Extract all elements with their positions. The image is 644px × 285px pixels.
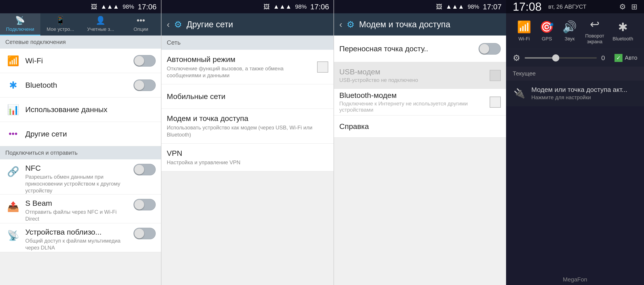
- status-bar-2: 🖼 ▲▲▲ 98% 17:06: [162, 0, 334, 13]
- nfc-toggle-wrap[interactable]: [134, 164, 156, 175]
- wifi-icon: 📶: [7, 55, 19, 67]
- airplane-subtitle: Отключение функций вызовов, а также обме…: [167, 65, 317, 79]
- sbeam-subtitle: Отправить файлы через NFC и Wi-Fi Direct: [25, 208, 130, 222]
- notif-hotspot-subtitle: Нажмите для настройки: [531, 94, 637, 101]
- setting-nearby[interactable]: 📡 Устройства поблизо... Общий доступ к ф…: [0, 223, 161, 252]
- nfc-text: NFC Разрешить обмен данными при прикосно…: [25, 164, 130, 194]
- nfc-toggle-knob: [134, 165, 144, 174]
- net-vpn[interactable]: VPN Настройка и управление VPN: [162, 144, 334, 171]
- back-button-3[interactable]: ‹: [339, 20, 342, 30]
- bt-checkbox[interactable]: [490, 97, 501, 108]
- notif-date: вт, 26 АВГУСТ: [548, 3, 612, 10]
- page-title-2: Другие сети: [186, 20, 233, 29]
- qs-gps[interactable]: 🎯 GPS: [540, 20, 554, 42]
- hotspot-toggle-wrap[interactable]: [478, 43, 501, 55]
- tab-my-device[interactable]: 📱 Мое устро...: [40, 13, 81, 36]
- grid-icon[interactable]: ⊞: [631, 2, 637, 11]
- qs-rotate[interactable]: ↩ Поворот экрана: [585, 18, 604, 45]
- tab-connections[interactable]: 📡 Подключени: [0, 13, 40, 36]
- setting-sbeam[interactable]: 📤 S Beam Отправить файлы через NFC и Wi-…: [0, 194, 161, 223]
- setting-other-networks[interactable]: ••• Другие сети: [0, 122, 161, 146]
- brightness-auto[interactable]: ✓ Авто: [614, 54, 637, 62]
- status-bar-3: 🖼 ▲▲▲ 98% 17:07: [334, 0, 506, 13]
- brightness-slider[interactable]: [525, 57, 597, 59]
- nearby-toggle[interactable]: [134, 228, 156, 239]
- sbeam-toggle-wrap[interactable]: [134, 199, 156, 210]
- tab-accounts-icon: 👤: [96, 16, 106, 25]
- nearby-toggle-knob: [134, 229, 144, 238]
- bt-text: Bluetooth-модем Подключение к Интернету …: [339, 91, 490, 113]
- qs-rotate-icon: ↩: [590, 18, 600, 31]
- image-icon-2: 🖼: [264, 3, 270, 11]
- net-mobile[interactable]: Мобильные сети: [162, 84, 334, 109]
- sbeam-title: S Beam: [25, 199, 130, 207]
- tab-options[interactable]: ••• Опции: [121, 13, 161, 36]
- wifi-toggle[interactable]: [134, 55, 156, 67]
- wifi-icon-wrap: 📶: [5, 53, 21, 69]
- qs-sound[interactable]: 🔊 Звук: [562, 20, 577, 42]
- data-usage-icon: 📊: [7, 104, 19, 115]
- hotspot-title: Переносная точка досту..: [339, 44, 475, 53]
- sbeam-icon-wrap: 📤: [5, 199, 21, 214]
- airplane-checkbox[interactable]: [317, 62, 328, 73]
- modem-hotspot-row[interactable]: Переносная точка досту..: [334, 36, 506, 62]
- time-3: 17:07: [483, 3, 502, 11]
- qs-wifi[interactable]: 📶 Wi-Fi: [517, 20, 531, 42]
- nfc-toggle[interactable]: [134, 164, 156, 175]
- page-header-other-networks: ‹ ⚙ Другие сети: [162, 13, 334, 36]
- setting-bluetooth[interactable]: ✱ Bluetooth: [0, 73, 161, 97]
- help-row[interactable]: Справка: [334, 115, 506, 138]
- wifi-text: Wi-Fi: [25, 56, 130, 65]
- brightness-auto-label: Авто: [625, 54, 637, 61]
- notif-item-hotspot[interactable]: 🔌 Модем или точка доступа акт... Нажмите…: [506, 81, 644, 106]
- battery-1: 98%: [123, 3, 134, 10]
- hotspot-toggle[interactable]: [478, 43, 501, 55]
- qs-bluetooth[interactable]: ✱ Bluetooth: [612, 21, 633, 42]
- net-modem-hotspot[interactable]: Модем и точка доступа Использовать устро…: [162, 109, 334, 143]
- data-usage-title: Использование данных: [25, 105, 156, 114]
- setting-wifi[interactable]: 📶 Wi-Fi: [0, 49, 161, 73]
- panel-notifications: 17:08 вт, 26 АВГУСТ ⚙ ⊞ 📶 Wi-Fi 🎯 GPS 🔊 …: [506, 0, 644, 285]
- net-airplane[interactable]: Автономный режим Отключение функций вызо…: [162, 50, 334, 84]
- help-title: Справка: [339, 122, 501, 131]
- qs-bluetooth-icon: ✱: [618, 21, 628, 34]
- nearby-text: Устройства поблизо... Общий доступ к фай…: [25, 228, 130, 251]
- wifi-toggle-knob: [134, 56, 144, 66]
- setting-nfc[interactable]: 🔗 NFC Разрешить обмен данными при прикос…: [0, 159, 161, 194]
- panel-other-networks: 🖼 ▲▲▲ 98% 17:06 ‹ ⚙ Другие сети Сеть Авт…: [161, 0, 334, 285]
- qs-gps-icon: 🎯: [540, 20, 554, 34]
- back-button-2[interactable]: ‹: [167, 20, 170, 30]
- settings-icon-2: ⚙: [174, 19, 182, 30]
- bluetooth-toggle[interactable]: [134, 80, 156, 91]
- vpn-title: VPN: [167, 149, 328, 158]
- notif-hotspot-icon: 🔌: [513, 87, 526, 100]
- usb-checkbox[interactable]: [490, 70, 501, 81]
- carrier-label: MegaFon: [563, 276, 587, 283]
- qs-wifi-label: Wi-Fi: [518, 36, 530, 42]
- tab-accounts[interactable]: 👤 Учетные з...: [80, 13, 121, 36]
- time-2: 17:06: [310, 3, 329, 11]
- tab-options-label: Опции: [134, 27, 148, 32]
- notif-section-label: Текущее: [506, 67, 644, 81]
- modem-hotspot-title: Модем и точка доступа: [167, 114, 328, 123]
- net-section-header: Сеть: [162, 36, 334, 50]
- bluetooth-icon-wrap: ✱: [5, 78, 21, 93]
- modem-bt-row[interactable]: Bluetooth-модем Подключение к Интернету …: [334, 89, 506, 115]
- panel-modem-hotspot: 🖼 ▲▲▲ 98% 17:07 ‹ ⚙ Модем и точка доступ…: [334, 0, 506, 285]
- bluetooth-toggle-wrap[interactable]: [134, 80, 156, 91]
- brightness-fill: [525, 57, 554, 59]
- modem-usb-row[interactable]: USB-модем USB-устройство не подключено: [334, 62, 506, 89]
- nearby-toggle-wrap[interactable]: [134, 228, 156, 239]
- setting-data-usage[interactable]: 📊 Использование данных: [0, 97, 161, 122]
- settings-gear-icon[interactable]: ⚙: [619, 2, 626, 11]
- nearby-subtitle: Общий доступ к файлам мультимедиа через …: [25, 237, 130, 251]
- usb-title: USB-модем: [339, 68, 490, 76]
- sbeam-toggle[interactable]: [134, 199, 156, 210]
- brightness-bar: ⚙ 0 ✓ Авто: [506, 49, 644, 67]
- quick-settings-bar: 📶 Wi-Fi 🎯 GPS 🔊 Звук ↩ Поворот экрана ✱ …: [506, 13, 644, 49]
- signal-icon-2: ▲▲▲: [273, 3, 292, 10]
- brightness-auto-checkbox[interactable]: ✓: [614, 54, 622, 62]
- nearby-icon-wrap: 📡: [5, 228, 21, 243]
- notif-time: 17:08: [513, 0, 542, 13]
- wifi-toggle-wrap[interactable]: [134, 55, 156, 67]
